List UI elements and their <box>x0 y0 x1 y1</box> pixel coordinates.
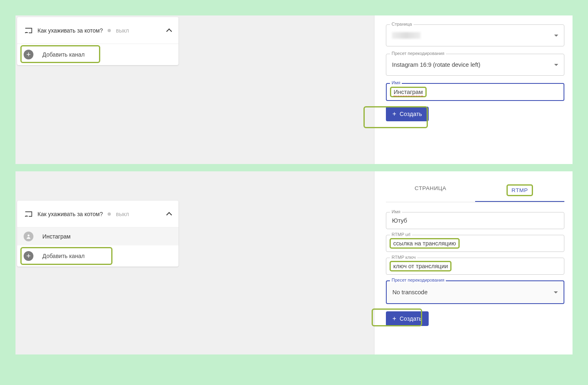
caret-down-icon <box>554 64 558 66</box>
tabs: СТРАНИЦА RTMP <box>386 180 564 202</box>
rtmp-url-label: RTMP url <box>390 232 412 237</box>
preset-select-value: Instagram 16:9 (rotate device left) <box>392 61 480 68</box>
name-input-field[interactable]: Имя Ютуб <box>386 212 564 229</box>
card-header[interactable]: Как ухаживать за котом? выкл <box>17 201 178 228</box>
preset-select-label: Пресет перекодирования <box>390 278 446 282</box>
add-channel-button[interactable]: + Добавить канал <box>17 44 178 65</box>
chevron-up-icon[interactable] <box>166 212 172 217</box>
plus-icon: + <box>24 251 33 261</box>
preset-select[interactable]: Пресет перекодирования Instagram 16:9 (r… <box>386 54 564 76</box>
preset-select-value: No transcode <box>392 289 427 295</box>
channel-name: Инстаграм <box>42 233 70 240</box>
preset-select-label: Пресет перекодирования <box>390 51 446 56</box>
status-dot-icon <box>108 29 111 32</box>
plus-icon: + <box>24 50 33 59</box>
card-title: Как ухаживать за котом? <box>37 27 103 34</box>
create-button[interactable]: + Создать <box>386 311 429 326</box>
channel-row[interactable]: Инстаграм <box>17 228 178 245</box>
name-input-value: Ютуб <box>392 217 407 224</box>
add-channel-label: Добавить канал <box>42 51 85 58</box>
tab-page[interactable]: СТРАНИЦА <box>386 180 475 202</box>
create-button-label: Создать <box>400 315 422 322</box>
svg-point-0 <box>25 32 26 33</box>
svg-point-1 <box>25 216 26 217</box>
name-input-label: Имя <box>390 209 402 214</box>
chevron-up-icon[interactable] <box>166 28 172 34</box>
rtmp-url-highlight: ссылка на трансляцию <box>390 238 460 249</box>
create-button[interactable]: + Создать <box>386 107 429 121</box>
status-text: выкл <box>116 211 162 217</box>
stream-card: Как ухаживать за котом? выкл + Добавить … <box>17 17 178 65</box>
cast-icon <box>24 211 33 217</box>
card-header[interactable]: Как ухаживать за котом? выкл <box>17 17 178 44</box>
rtmp-key-value: ключ от трансляции <box>393 263 448 269</box>
name-input-label: Имя <box>390 80 402 85</box>
rtmp-url-value: ссылка на трансляцию <box>393 240 456 247</box>
add-channel-label: Добавить канал <box>42 253 85 259</box>
rtmp-key-field[interactable]: RTMP ключ ключ от трансляции <box>386 258 564 275</box>
plus-icon: + <box>392 111 396 117</box>
caret-down-icon <box>554 35 558 37</box>
rtmp-key-label: RTMP ключ <box>390 255 417 260</box>
page-select-label: Страница <box>390 22 414 26</box>
name-input-value[interactable]: Инстаграм <box>394 89 423 96</box>
tab-rtmp-highlight: RTMP <box>507 184 533 196</box>
status-dot-icon <box>108 212 111 216</box>
cast-icon <box>24 27 33 34</box>
plus-icon: + <box>392 315 396 322</box>
avatar-icon <box>24 232 33 241</box>
svg-point-2 <box>28 234 30 236</box>
caret-down-icon <box>554 291 558 293</box>
page-select[interactable]: Страница <box>386 24 564 46</box>
tab-rtmp[interactable]: RTMP <box>475 180 564 202</box>
create-button-label: Создать <box>400 111 422 117</box>
name-input-highlight: Инстаграм <box>390 87 427 97</box>
rtmp-url-field[interactable]: RTMP url ссылка на трансляцию <box>386 235 564 252</box>
preset-select[interactable]: Пресет перекодирования No transcode <box>386 280 564 304</box>
name-input-field[interactable]: Имя Инстаграм <box>386 83 564 101</box>
add-channel-button[interactable]: + Добавить канал <box>17 245 178 267</box>
status-text: выкл <box>116 27 162 34</box>
rtmp-key-highlight: ключ от трансляции <box>390 261 451 271</box>
page-select-value-blurred <box>392 32 421 39</box>
card-title: Как ухаживать за котом? <box>37 211 103 217</box>
stream-card: Как ухаживать за котом? выкл Инстаграм +… <box>17 201 178 267</box>
